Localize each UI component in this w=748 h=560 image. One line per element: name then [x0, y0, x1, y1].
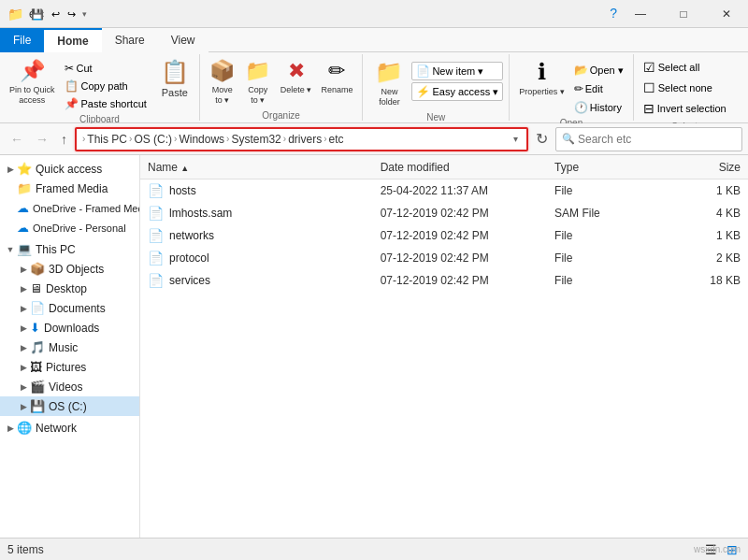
- new-item-button[interactable]: 📄 New item ▾: [411, 62, 503, 80]
- sidebar-item-onedrive-personal[interactable]: ☁ OneDrive - Personal: [0, 218, 139, 237]
- qa-redo-button[interactable]: ↪: [65, 7, 79, 22]
- delete-icon: ✖: [288, 59, 305, 83]
- move-icon: 📦: [209, 59, 235, 83]
- sidebar-item-videos[interactable]: ▶ 🎬 Videos: [0, 377, 139, 396]
- sidebar-item-pictures[interactable]: ▶ 🖼 Pictures: [0, 357, 139, 377]
- file-type: File: [554, 184, 670, 197]
- file-icon: 📄: [148, 251, 164, 266]
- table-row[interactable]: 📄 hosts 25-04-2022 11:37 AM File 1 KB: [140, 179, 748, 202]
- close-button[interactable]: ✕: [705, 0, 748, 28]
- back-button[interactable]: ←: [6, 129, 28, 150]
- file-size: 18 KB: [670, 274, 741, 287]
- sidebar-item-downloads[interactable]: ▶ ⬇ Downloads: [0, 318, 139, 337]
- sidebar-item-music[interactable]: ▶ 🎵 Music: [0, 337, 139, 357]
- file-icon: 📄: [148, 273, 164, 288]
- file-date: 07-12-2019 02:42 PM: [381, 251, 554, 265]
- table-row[interactable]: 📄 lmhosts.sam 07-12-2019 02:42 PM SAM Fi…: [140, 202, 748, 224]
- sidebar-item-onedrive-framed[interactable]: ☁ OneDrive - Framed Media: [0, 198, 139, 218]
- refresh-button[interactable]: ↻: [531, 128, 553, 150]
- tab-share[interactable]: Share: [102, 28, 158, 52]
- watermark: wsxdn.com: [694, 544, 741, 554]
- new-folder-button[interactable]: 📁 Newfolder: [368, 56, 410, 110]
- qa-save-button[interactable]: 💾: [28, 7, 47, 22]
- breadcrumb-sep-4: ›: [283, 134, 286, 144]
- edit-button[interactable]: ✏ Edit: [570, 80, 627, 97]
- clipboard-group: 📌 Pin to Quickaccess ✂ Cut 📋 Copy path 📌…: [0, 54, 200, 121]
- new-folder-icon: 📁: [375, 59, 403, 85]
- col-date-header[interactable]: Date modified: [381, 161, 554, 174]
- breadcrumb-system32[interactable]: System32: [231, 133, 280, 146]
- move-to-button[interactable]: 📦 Moveto ▾: [206, 56, 239, 108]
- file-list: Name ▲ Date modified Type Size 📄 hosts 2…: [140, 155, 748, 538]
- help-icon[interactable]: ?: [610, 6, 617, 21]
- sidebar-item-network[interactable]: ▶ 🌐 Network: [0, 418, 139, 438]
- rename-button[interactable]: ✏ Rename: [317, 56, 356, 98]
- properties-button[interactable]: ℹ Properties ▾: [515, 56, 568, 99]
- select-all-icon: ☑: [643, 60, 655, 75]
- select-none-button[interactable]: ☐ Select none: [640, 79, 730, 97]
- breadcrumb-sep-1: ›: [129, 134, 132, 144]
- search-bar[interactable]: 🔍: [555, 127, 742, 151]
- tab-file[interactable]: File: [0, 28, 44, 52]
- address-bar[interactable]: › This PC › OS (C:) › Windows › System32…: [75, 127, 528, 151]
- col-type-header[interactable]: Type: [554, 161, 670, 174]
- paste-button[interactable]: 📋 Paste: [156, 56, 194, 101]
- cut-button[interactable]: ✂ Cut: [61, 60, 151, 77]
- file-list-header: Name ▲ Date modified Type Size: [140, 155, 748, 179]
- copy-path-icon: 📋: [65, 79, 79, 93]
- status-bar: 5 items ☰ ⊞: [0, 538, 748, 560]
- delete-button[interactable]: ✖ Delete ▾: [277, 56, 316, 98]
- table-row[interactable]: 📄 networks 07-12-2019 02:42 PM File 1 KB: [140, 224, 748, 247]
- folder-icon: 📁: [7, 7, 23, 22]
- file-name: networks: [169, 229, 214, 242]
- breadcrumb-c-drive[interactable]: OS (C:): [134, 133, 172, 146]
- scissors-icon: ✂: [65, 62, 74, 75]
- col-name-header[interactable]: Name ▲: [148, 161, 381, 174]
- minimize-button[interactable]: —: [619, 0, 662, 28]
- sidebar-item-this-pc[interactable]: ▼ 💻 This PC: [0, 239, 139, 259]
- breadcrumb: › This PC › OS (C:) › Windows › System32…: [82, 133, 511, 146]
- properties-icon: ℹ: [538, 59, 546, 85]
- paste-icon: 📋: [161, 59, 189, 85]
- copy-path-button[interactable]: 📋 Copy path: [61, 78, 151, 94]
- breadcrumb-drivers[interactable]: drivers: [288, 133, 322, 146]
- up-button[interactable]: ↑: [56, 129, 72, 150]
- breadcrumb-this-pc[interactable]: This PC: [87, 133, 127, 146]
- file-type: File: [554, 251, 670, 265]
- tab-home[interactable]: Home: [44, 28, 101, 52]
- sidebar-item-3d-objects[interactable]: ▶ 📦 3D Objects: [0, 259, 139, 279]
- file-icon: 📄: [148, 206, 164, 221]
- file-size: 4 KB: [670, 207, 741, 220]
- breadcrumb-windows[interactable]: Windows: [179, 133, 224, 146]
- file-name: protocol: [169, 251, 209, 265]
- sidebar-item-os-c[interactable]: ▶ 💾 OS (C:): [0, 396, 139, 416]
- rename-icon: ✏: [328, 59, 345, 83]
- easy-access-button[interactable]: ⚡ Easy access ▾: [411, 82, 503, 101]
- new-group: 📁 Newfolder 📄 New item ▾ ⚡ Easy access ▾…: [363, 54, 510, 121]
- table-row[interactable]: 📄 services 07-12-2019 02:42 PM File 18 K…: [140, 269, 748, 292]
- invert-selection-button[interactable]: ⊟ Invert selection: [640, 99, 730, 118]
- sidebar-item-framed-media[interactable]: 📁 Framed Media: [0, 179, 139, 198]
- breadcrumb-etc[interactable]: etc: [328, 133, 343, 146]
- col-size-header[interactable]: Size: [670, 161, 741, 174]
- forward-button[interactable]: →: [31, 129, 53, 150]
- history-button[interactable]: 🕐 History: [570, 99, 627, 116]
- copy-to-button[interactable]: 📁 Copyto ▾: [241, 56, 275, 108]
- paste-shortcut-button[interactable]: 📌 Paste shortcut: [61, 95, 151, 112]
- address-dropdown-button[interactable]: ▾: [511, 134, 521, 144]
- search-input[interactable]: [578, 133, 736, 146]
- maximize-button[interactable]: □: [662, 0, 705, 28]
- qa-undo-button[interactable]: ↩: [49, 7, 63, 22]
- search-icon: 🔍: [562, 133, 575, 145]
- open-button[interactable]: 📂 Open ▾: [570, 62, 627, 79]
- qa-dropdown-button[interactable]: ▾: [80, 7, 89, 21]
- table-row[interactable]: 📄 protocol 07-12-2019 02:42 PM File 2 KB: [140, 247, 748, 269]
- sidebar-item-documents[interactable]: ▶ 📄 Documents: [0, 298, 139, 318]
- file-icon: 📄: [148, 228, 164, 243]
- invert-icon: ⊟: [643, 101, 654, 116]
- select-all-button[interactable]: ☑ Select all: [640, 58, 730, 77]
- pin-to-quick-access-button[interactable]: 📌 Pin to Quickaccess: [6, 56, 59, 108]
- sidebar-item-quick-access[interactable]: ▶ ⭐ Quick access: [0, 159, 139, 179]
- tab-view[interactable]: View: [158, 28, 209, 52]
- sidebar-item-desktop[interactable]: ▶ 🖥 Desktop: [0, 279, 139, 298]
